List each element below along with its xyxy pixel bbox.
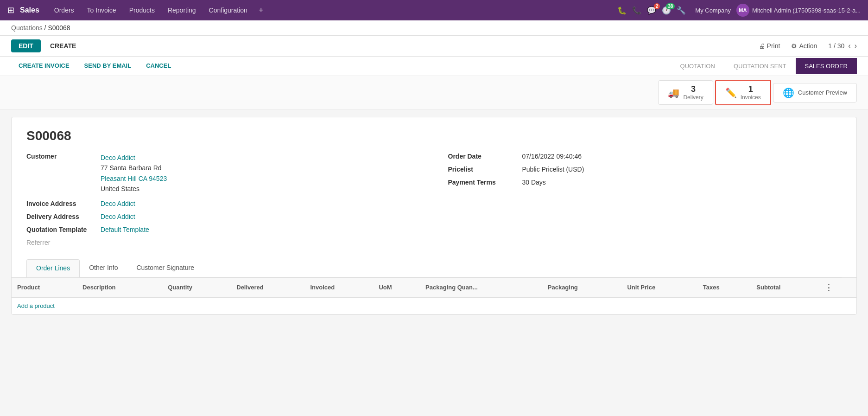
invoices-button[interactable]: ✏️ 1 Invoices bbox=[715, 80, 771, 105]
col-packaging-qty: Packaging Quan... bbox=[420, 277, 542, 297]
globe-icon: 🌐 bbox=[783, 87, 794, 98]
col-description: Description bbox=[77, 277, 162, 297]
delivery-count: 3 bbox=[683, 84, 703, 94]
col-taxes: Taxes bbox=[697, 277, 751, 297]
company-name: My Company bbox=[695, 7, 731, 14]
send-by-email-button[interactable]: SEND BY EMAIL bbox=[77, 57, 139, 76]
invoices-label: Invoices bbox=[741, 94, 761, 101]
nav-reporting[interactable]: Reporting bbox=[162, 0, 202, 20]
order-date-row: Order Date 07/16/2022 09:40:46 bbox=[448, 153, 842, 160]
tabs-bar: Order Lines Other Info Customer Signatur… bbox=[26, 259, 842, 277]
order-fields: Customer Deco Addict 77 Santa Barbara Rd… bbox=[26, 153, 842, 252]
order-header: S00068 Customer Deco Addict 77 Santa Bar… bbox=[12, 117, 856, 259]
pricelist-value: Public Pricelist (USD) bbox=[522, 166, 584, 173]
order-lines-table: Product Description Quantity Delivered I… bbox=[12, 277, 856, 314]
delivery-address-row: Delivery Address Deco Addict bbox=[26, 213, 420, 220]
user-menu[interactable]: MA Mitchell Admin (17505398-saas-15-2-a.… bbox=[736, 4, 861, 17]
clock-icon[interactable]: 🕐38 bbox=[662, 6, 671, 15]
tab-order-lines[interactable]: Order Lines bbox=[26, 259, 80, 277]
print-label: Print bbox=[767, 42, 780, 50]
user-avatar: MA bbox=[736, 4, 749, 17]
customer-address2: Pleasant Hill CA 94523 bbox=[101, 173, 167, 184]
table-header-row: Product Description Quantity Delivered I… bbox=[12, 277, 856, 297]
invoices-info: 1 Invoices bbox=[741, 84, 761, 101]
customer-address1: 77 Santa Barbara Rd bbox=[101, 163, 167, 173]
col-unit-price: Unit Price bbox=[621, 277, 697, 297]
delivery-button[interactable]: 🚚 3 Delivery bbox=[658, 80, 713, 105]
pipeline-sales-order[interactable]: SALES ORDER bbox=[796, 58, 857, 74]
main-content: S00068 Customer Deco Addict 77 Santa Bar… bbox=[11, 117, 857, 315]
order-fields-left: Customer Deco Addict 77 Santa Barbara Rd… bbox=[26, 153, 420, 252]
top-navigation: ⊞ Sales Orders To Invoice Products Repor… bbox=[0, 0, 868, 20]
breadcrumb: Quotations / S00068 bbox=[0, 20, 868, 36]
col-menu: ⋮ bbox=[819, 277, 856, 297]
delivery-address-value[interactable]: Deco Addict bbox=[101, 213, 135, 220]
pricelist-label: Pricelist bbox=[448, 166, 522, 173]
pipeline-quotation[interactable]: QUOTATION bbox=[671, 58, 724, 74]
referrer-row: Referrer bbox=[26, 239, 420, 246]
quotation-template-label: Quotation Template bbox=[26, 226, 101, 233]
chat-icon[interactable]: 💬2 bbox=[647, 6, 656, 15]
breadcrumb-current: S00068 bbox=[48, 24, 70, 32]
col-quantity: Quantity bbox=[162, 277, 231, 297]
table-row[interactable]: Add a product bbox=[12, 297, 856, 314]
status-actions: CREATE INVOICE SEND BY EMAIL CANCEL bbox=[11, 57, 178, 76]
invoice-address-label: Invoice Address bbox=[26, 200, 101, 207]
pager-prev[interactable]: ‹ bbox=[848, 42, 850, 50]
delivery-address-label: Delivery Address bbox=[26, 213, 101, 220]
pricelist-row: Pricelist Public Pricelist (USD) bbox=[448, 166, 842, 173]
truck-icon: 🚚 bbox=[668, 87, 679, 98]
col-uom: UoM bbox=[373, 277, 420, 297]
edit-button[interactable]: EDIT bbox=[11, 39, 41, 52]
nav-to-invoice[interactable]: To Invoice bbox=[82, 0, 122, 20]
customer-name[interactable]: Deco Addict bbox=[101, 153, 167, 163]
customer-label: Customer bbox=[26, 153, 101, 160]
app-grid-icon[interactable]: ⊞ bbox=[7, 5, 14, 15]
nav-products[interactable]: Products bbox=[124, 0, 160, 20]
gear-icon: ⚙ bbox=[791, 42, 797, 50]
tab-other-info[interactable]: Other Info bbox=[80, 259, 127, 277]
order-number: S00068 bbox=[26, 128, 842, 143]
invoice-address-value[interactable]: Deco Addict bbox=[101, 200, 135, 207]
payment-terms-row: Payment Terms 30 Days bbox=[448, 179, 842, 186]
payment-terms-label: Payment Terms bbox=[448, 179, 522, 186]
action-dropdown-button[interactable]: ⚙ Action bbox=[791, 42, 817, 50]
add-product-row[interactable]: Add a product bbox=[12, 297, 856, 314]
phone-icon[interactable]: 📞 bbox=[632, 6, 641, 15]
printer-icon: 🖨 bbox=[759, 42, 765, 50]
pager: 1 / 30 ‹ › bbox=[828, 42, 857, 50]
customer-address: Deco Addict 77 Santa Barbara Rd Pleasant… bbox=[101, 153, 167, 194]
clock-badge: 38 bbox=[666, 3, 675, 9]
tab-customer-signature[interactable]: Customer Signature bbox=[127, 259, 203, 277]
quotation-template-row: Quotation Template Default Template bbox=[26, 226, 420, 233]
col-packaging: Packaging bbox=[542, 277, 622, 297]
add-menu-button[interactable]: + bbox=[255, 6, 267, 15]
breadcrumb-parent[interactable]: Quotations bbox=[11, 24, 43, 32]
quotation-template-value[interactable]: Default Template bbox=[101, 226, 149, 233]
customer-preview-button[interactable]: 🌐 Customer Preview bbox=[773, 83, 857, 102]
user-name: Mitchell Admin (17505398-saas-15-2-a... bbox=[752, 7, 861, 14]
chat-badge: 2 bbox=[654, 3, 660, 9]
pipeline-quotation-sent[interactable]: QUOTATION SENT bbox=[724, 58, 796, 74]
nav-configuration[interactable]: Configuration bbox=[203, 0, 253, 20]
col-product: Product bbox=[12, 277, 77, 297]
action-right-group: 🖨 Print ⚙ Action 1 / 30 ‹ › bbox=[759, 42, 857, 50]
pager-next[interactable]: › bbox=[855, 42, 857, 50]
invoices-count: 1 bbox=[741, 84, 761, 94]
create-button[interactable]: CREATE bbox=[44, 39, 82, 52]
nav-orders[interactable]: Orders bbox=[49, 0, 80, 20]
customer-field-row: Customer Deco Addict 77 Santa Barbara Rd… bbox=[26, 153, 420, 194]
pager-count: 1 / 30 bbox=[828, 42, 844, 50]
wrench-icon[interactable]: 🔧 bbox=[677, 6, 686, 15]
action-label: Action bbox=[799, 42, 817, 50]
customer-preview-info: Customer Preview bbox=[798, 89, 847, 96]
create-invoice-button[interactable]: CREATE INVOICE bbox=[11, 57, 77, 76]
table-menu-icon[interactable]: ⋮ bbox=[824, 283, 833, 292]
referrer-label: Referrer bbox=[26, 239, 50, 246]
payment-terms-value: 30 Days bbox=[522, 179, 546, 186]
status-bar: CREATE INVOICE SEND BY EMAIL CANCEL QUOT… bbox=[0, 57, 868, 76]
print-button[interactable]: 🖨 Print bbox=[759, 42, 780, 50]
invoice-edit-icon: ✏️ bbox=[725, 87, 737, 98]
bug-icon[interactable]: 🐛 bbox=[617, 6, 627, 15]
cancel-button[interactable]: CANCEL bbox=[139, 57, 178, 76]
